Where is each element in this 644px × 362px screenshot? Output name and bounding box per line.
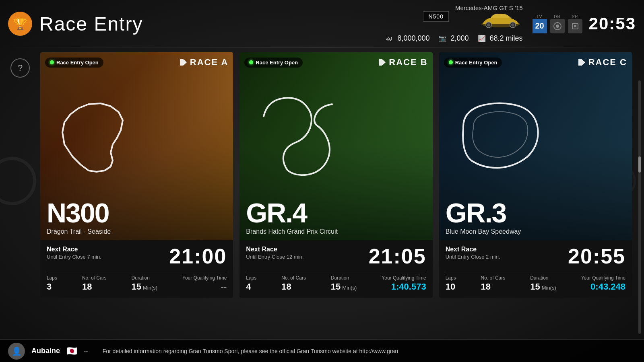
- race-b-icon: [378, 59, 386, 66]
- player-name: Aubaine: [31, 347, 60, 355]
- race-c-cars-col: No. of Cars 18: [481, 275, 506, 292]
- scrollbar-thumb[interactable]: [638, 156, 641, 173]
- race-b-cars-col: No. of Cars 18: [281, 275, 306, 292]
- race-a-next-race-info: Next Race Until Entry Close 7 min.: [47, 246, 101, 260]
- race-c-duration-value: 15: [530, 282, 540, 292]
- race-b-duration-col: Duration 15 Min(s): [331, 275, 357, 292]
- race-c-next-race-label: Next Race: [446, 246, 500, 253]
- race-a-header: Race Entry Open RACE A: [45, 57, 228, 68]
- svg-rect-8: [574, 25, 576, 27]
- race-c-label: RACE C: [578, 57, 627, 68]
- race-b-image: Race Entry Open RACE B GR.4 Brands Hatch…: [239, 52, 432, 240]
- race-a-bottom: Next Race Until Entry Close 7 min. 21:00…: [40, 240, 233, 298]
- race-a-track-svg: [48, 92, 145, 181]
- trophy-icon: 🏆: [8, 12, 32, 36]
- race-b-bottom: Next Race Until Entry Close 12 min. 21:0…: [239, 240, 432, 298]
- race-b-label: RACE B: [378, 57, 427, 68]
- race-b-laps-label: Laps: [246, 275, 256, 281]
- race-c-qualifying-col: Your Qualifying Time 0:43.248: [581, 275, 625, 292]
- race-a-entry-text: Race Entry Open: [56, 60, 99, 66]
- svg-point-6: [556, 25, 559, 28]
- race-b-track-name: Brands Hatch Grand Prix Circuit: [246, 228, 338, 235]
- help-button[interactable]: ?: [10, 58, 30, 78]
- race-b-time: 21:05: [369, 246, 426, 267]
- race-c-duration-col: Duration 15 Min(s): [530, 275, 556, 292]
- race-c-title: RACE C: [588, 57, 627, 68]
- distance-value: 2,000: [450, 34, 469, 43]
- race-b-track: [239, 72, 432, 200]
- race-b-until-entry: Until Entry Close 12 min.: [246, 254, 303, 260]
- svg-point-2: [487, 23, 490, 27]
- car-name: Mercedes-AMG GT S '15: [455, 4, 523, 11]
- race-a-green-dot: [50, 60, 54, 64]
- race-b-duration-label: Duration: [331, 275, 349, 281]
- race-a-qualifying-time: --: [221, 282, 227, 292]
- race-c-image: Race Entry Open RACE C GR.3 Blue Moon Ba…: [439, 52, 632, 240]
- race-c-entry-badge: Race Entry Open: [444, 58, 502, 68]
- dr-badge: [550, 19, 565, 33]
- race-card-b[interactable]: Race Entry Open RACE B GR.4 Brands Hatch…: [239, 52, 432, 298]
- race-c-duration-label: Duration: [530, 275, 548, 281]
- race-a-cars-col: No. of Cars 18: [82, 275, 107, 292]
- header-left: 🏆 Race Entry: [8, 12, 143, 36]
- race-a-label: RACE A: [180, 57, 229, 68]
- race-a-cars-value: 18: [82, 282, 92, 292]
- bottom-bar: 👤 Aubaine 🇯🇵 -- For detailed information…: [0, 339, 644, 362]
- race-c-time: 20:55: [568, 246, 625, 267]
- race-b-duration-value-group: 15 Min(s): [331, 282, 357, 292]
- race-a-qualifying-label: Your Qualifying Time: [182, 275, 227, 281]
- race-a-laps-value: 3: [47, 282, 52, 292]
- race-b-next-race-info: Next Race Until Entry Close 12 min.: [246, 246, 303, 260]
- race-b-qualifying-time: 1:40.573: [391, 282, 426, 292]
- race-b-stats-row: Laps 4 No. of Cars 18 Duration 15 Min(s)…: [246, 271, 426, 292]
- side-scrollbar[interactable]: [638, 80, 641, 334]
- race-b-class-info: GR.4 Brands Hatch Grand Prix Circuit: [246, 199, 338, 235]
- race-c-next-race-info: Next Race Until Entry Close 2 min.: [446, 246, 500, 260]
- race-a-image: Race Entry Open RACE A N300 Dragon Trail…: [40, 52, 233, 240]
- race-b-qualifying-label: Your Qualifying Time: [382, 275, 426, 281]
- race-c-cars-label: No. of Cars: [481, 275, 506, 281]
- race-b-cars-value: 18: [281, 282, 291, 292]
- race-b-class: GR.4: [246, 199, 338, 226]
- race-cards-container: Race Entry Open RACE A N300 Dragon Trail…: [40, 52, 632, 298]
- car-class-badge: N500: [423, 11, 448, 22]
- race-a-cars-label: No. of Cars: [82, 275, 107, 281]
- race-c-duration-unit: Min(s): [542, 285, 556, 291]
- race-c-green-dot: [449, 60, 453, 64]
- race-a-laps-col: Laps 3: [47, 275, 57, 292]
- race-a-track: [40, 72, 233, 200]
- race-c-track-name: Blue Moon Bay Speedway: [446, 228, 521, 235]
- race-c-until-entry: Until Entry Close 2 min.: [446, 254, 500, 260]
- sr-label: SR: [572, 14, 578, 19]
- race-a-stats-row: Laps 3 No. of Cars 18 Duration 15 Min(s)…: [47, 271, 227, 292]
- race-a-entry-badge: Race Entry Open: [45, 58, 103, 68]
- race-b-title: RACE B: [389, 57, 427, 68]
- player-dash: --: [84, 348, 88, 355]
- race-card-c[interactable]: Race Entry Open RACE C GR.3 Blue Moon Ba…: [439, 52, 632, 298]
- race-b-cars-label: No. of Cars: [281, 275, 306, 281]
- stat-distance: 📷 2,000: [438, 34, 469, 43]
- dr-icon: [553, 22, 562, 31]
- race-b-entry-badge: Race Entry Open: [244, 58, 303, 68]
- header-right: N500 Mercedes-AMG GT S '15: [384, 4, 636, 43]
- race-a-icon: [180, 59, 187, 66]
- race-c-laps-value: 10: [446, 282, 455, 292]
- race-b-entry-text: Race Entry Open: [256, 60, 298, 66]
- race-c-duration-value-group: 15 Min(s): [530, 282, 556, 292]
- stats-row: 🏎 8,000,000 📷 2,000 📈 68.2 miles: [384, 34, 522, 43]
- credits-value: 8,000,000: [397, 34, 429, 43]
- race-card-a[interactable]: Race Entry Open RACE A N300 Dragon Trail…: [40, 52, 233, 298]
- race-c-bottom: Next Race Until Entry Close 2 min. 20:55…: [439, 240, 632, 298]
- race-c-class: GR.3: [446, 199, 521, 226]
- race-c-qualifying-label: Your Qualifying Time: [581, 275, 625, 281]
- camera-icon: 📷: [438, 34, 447, 43]
- race-b-laps-value: 4: [246, 282, 251, 292]
- page-title: Race Entry: [39, 13, 143, 35]
- race-a-laps-label: Laps: [47, 275, 57, 281]
- lv-value: 20: [533, 19, 547, 33]
- race-a-duration-col: Duration 15 Min(s): [132, 275, 158, 292]
- race-c-next-race-row: Next Race Until Entry Close 2 min. 20:55: [446, 246, 625, 267]
- race-c-qualifying-time: 0:43.248: [590, 282, 625, 292]
- race-c-stats-row: Laps 10 No. of Cars 18 Duration 15 Min(s…: [446, 271, 625, 292]
- race-a-class: N300: [47, 199, 111, 226]
